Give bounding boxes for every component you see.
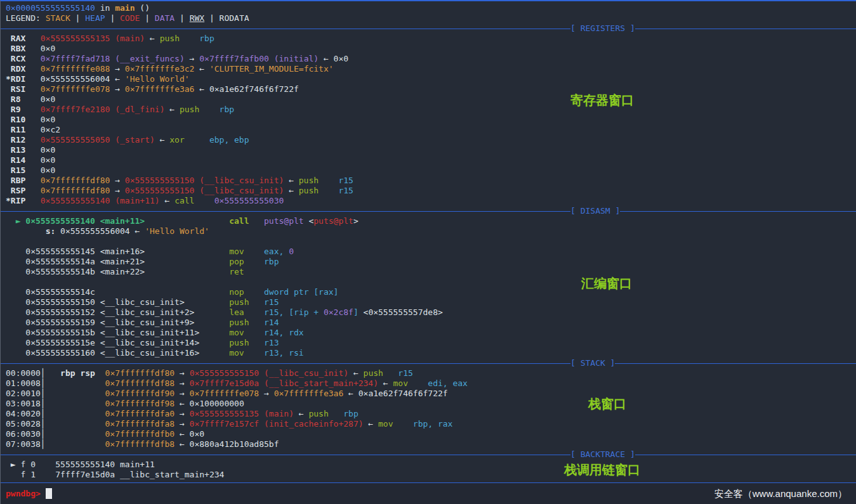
text-segment: DATA bbox=[155, 13, 174, 23]
text-segment: 0×55555555515b <__libc_csu_init+11> bbox=[25, 328, 199, 337]
prompt-label: pwndbg> bbox=[6, 489, 41, 499]
text-segment: nop bbox=[229, 287, 244, 297]
register-row-r13: R13 0×0 bbox=[1, 145, 856, 155]
text-segment: rbp, rax bbox=[413, 419, 453, 429]
text-segment: R8 bbox=[6, 94, 41, 104]
text-segment: RDX bbox=[6, 64, 41, 74]
text-segment: lea bbox=[229, 307, 244, 317]
text-segment: │ bbox=[41, 419, 46, 429]
annotation-registers-window: 寄存器窗口 bbox=[570, 95, 634, 105]
text-segment: push bbox=[229, 338, 249, 347]
text-segment: | bbox=[204, 13, 219, 23]
text-segment: 0×a1e62f746f6f722f bbox=[209, 84, 299, 94]
section-rule-line bbox=[1, 29, 570, 29]
section-title: [ STACK ] bbox=[570, 358, 615, 368]
text-segment: main bbox=[115, 3, 135, 13]
text-segment: HEAP bbox=[85, 13, 105, 23]
text-segment: 0×7fffffffdf98 bbox=[105, 399, 175, 408]
text-segment bbox=[244, 328, 264, 337]
text-segment: 0×7fffffffe088 bbox=[41, 64, 110, 74]
text-segment: ← bbox=[284, 176, 298, 185]
text-segment: <0×555555557de8> bbox=[359, 307, 443, 317]
register-row-r8: R8 0×0 bbox=[1, 94, 856, 105]
register-row-rbp: RBP 0×7fffffffdf80 → 0×555555555150 (__l… bbox=[1, 176, 856, 186]
text-segment bbox=[194, 318, 229, 327]
text-segment: RBP bbox=[6, 176, 41, 185]
section-header-backtrace: [ BACKTRACE ] bbox=[1, 449, 856, 460]
text-segment: 07:0038 bbox=[6, 439, 41, 449]
disasm-row-csu-init14: 0×55555555515e <__libc_csu_init+14> push… bbox=[1, 338, 856, 348]
disasm-row-blank-1 bbox=[1, 236, 856, 247]
text-segment: R12 bbox=[6, 135, 41, 145]
text-segment: RCX bbox=[6, 54, 41, 63]
text-segment: rbp bbox=[199, 105, 234, 114]
register-row-rax: RAX 0×555555555135 (main) ← push rbp bbox=[1, 34, 856, 44]
text-segment: → bbox=[174, 419, 189, 429]
text-segment: 0×55555555514a <main+21> bbox=[25, 257, 145, 266]
text-segment: 0×7fffffffdf80 bbox=[105, 368, 175, 378]
disasm-row-csu-init9: 0×555555555159 <__libc_csu_init+9> push … bbox=[1, 318, 856, 328]
text-segment bbox=[199, 348, 229, 358]
text-segment: ← bbox=[348, 368, 363, 378]
text-segment: push bbox=[364, 368, 383, 378]
text-segment: 0×7fffffffdf88 bbox=[105, 378, 175, 388]
legend-line: LEGEND: STACK | HEAP | CODE | DATA | RWX… bbox=[1, 13, 856, 23]
text-segment: 0×55555555514b <main+22> bbox=[25, 267, 145, 276]
disasm-row-nop: 0×55555555514c nop dword ptr [rax] bbox=[1, 287, 856, 297]
text-segment: 01:0008 bbox=[6, 378, 41, 388]
text-segment: 06:0030 bbox=[6, 429, 41, 439]
text-segment bbox=[6, 257, 25, 266]
text-segment: │ bbox=[41, 439, 46, 449]
text-segment: ← bbox=[378, 378, 393, 388]
stack-row-6: 06:0030│ 0×7fffffffdfb0 ← 0×0 bbox=[1, 429, 856, 439]
text-segment: 0×555555555135 (main) bbox=[190, 409, 294, 418]
text-segment: → bbox=[185, 54, 199, 63]
stack-row-1: 01:0008│ 0×7fffffffdf88 → 0×7ffff7e15d0a… bbox=[1, 378, 856, 389]
text-segment bbox=[199, 338, 229, 347]
text-segment bbox=[185, 297, 229, 307]
register-row-r10: R10 0×0 bbox=[1, 115, 856, 125]
text-segment: push bbox=[299, 176, 319, 185]
text-segment: 0×0 bbox=[190, 429, 204, 439]
section-header-registers: [ REGISTERS ] bbox=[1, 23, 856, 34]
text-segment: │ bbox=[41, 429, 46, 439]
text-segment: 0×555555555152 <__libc_csu_init+2> bbox=[25, 307, 194, 317]
text-segment: > bbox=[353, 216, 359, 226]
text-segment: 0×0 bbox=[41, 145, 55, 155]
register-row-rsi: RSI 0×7fffffffe078 → 0×7fffffffe3a6 ← 0×… bbox=[1, 84, 856, 94]
text-segment: 0×555555555150 (__libc_csu_init) bbox=[125, 186, 284, 195]
stack-row-7: 07:0038│ 0×7fffffffdfb8 ← 0×880a412b10ad… bbox=[1, 439, 856, 449]
text-segment: RODATA bbox=[220, 13, 249, 23]
text-segment: ← bbox=[294, 409, 308, 418]
backtrace-row-0: ► f 0 555555555140 main+11 bbox=[1, 460, 856, 470]
text-segment: ► bbox=[6, 216, 25, 226]
text-segment: 0×555555555150 <__libc_csu_init> bbox=[25, 297, 184, 307]
text-segment: s: bbox=[46, 226, 60, 236]
text-segment bbox=[6, 328, 25, 337]
text-segment: *RDI bbox=[6, 74, 41, 84]
text-segment: 0×7ffff7fad718 (__exit_funcs) bbox=[41, 54, 185, 63]
text-segment: 0×0000555555555140 bbox=[6, 3, 95, 13]
text-cursor[interactable] bbox=[46, 488, 52, 499]
text-segment bbox=[249, 297, 264, 307]
text-segment: R11 bbox=[6, 125, 41, 134]
text-segment: 0×7fffffffe3a6 bbox=[125, 84, 195, 94]
text-segment: 0×555555555135 (main) bbox=[41, 34, 145, 43]
text-segment: *RIP bbox=[6, 196, 41, 205]
text-segment: 0×7fffffffe078 bbox=[41, 84, 110, 94]
text-segment bbox=[244, 287, 264, 297]
disasm-row-main22: 0×55555555514b <main+22> ret bbox=[1, 267, 856, 277]
text-segment: r14 bbox=[264, 318, 279, 327]
text-segment: r15 bbox=[319, 186, 353, 195]
text-segment: STACK bbox=[46, 13, 70, 23]
pwndbg-terminal: 0×0000555555555140 in main ()LEGEND: STA… bbox=[0, 0, 856, 504]
text-segment: 0×555555555140 (main+11) bbox=[41, 196, 160, 205]
text-segment: r15, [rip + bbox=[264, 307, 324, 317]
text-segment bbox=[95, 368, 105, 378]
command-bar: pwndbg> 安全客（www.anquanke.com） bbox=[1, 482, 856, 504]
text-segment: 04:0020 bbox=[6, 409, 41, 418]
text-segment: mov bbox=[393, 378, 408, 388]
text-segment bbox=[46, 389, 105, 398]
text-segment bbox=[46, 378, 105, 388]
text-segment: f 1 bbox=[20, 470, 35, 479]
